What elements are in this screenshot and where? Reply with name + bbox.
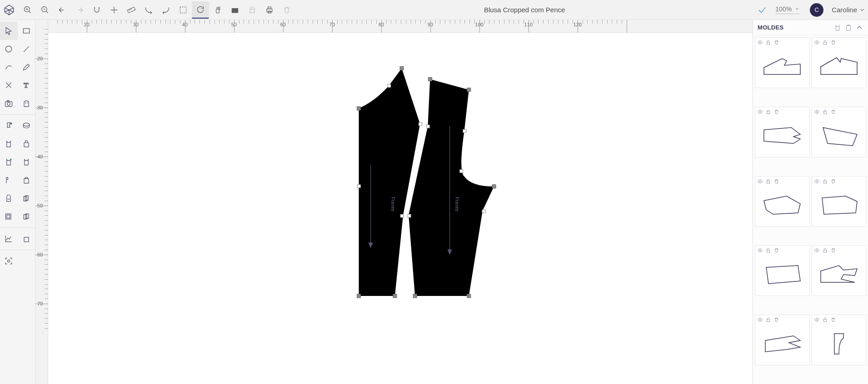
trash-icon[interactable]	[773, 178, 779, 184]
pencil-tool[interactable]	[18, 58, 35, 76]
ruler-button[interactable]	[123, 1, 140, 19]
multi-piece-tool[interactable]	[18, 189, 35, 207]
lock-icon[interactable]	[765, 247, 771, 253]
svg-rect-47	[767, 42, 770, 44]
ghost-button[interactable]	[244, 1, 261, 19]
eye-icon[interactable]	[814, 109, 820, 115]
eye-icon[interactable]	[814, 39, 820, 45]
trash-icon[interactable]	[830, 317, 836, 323]
stack-tool[interactable]	[18, 207, 35, 226]
molde-thumb-2[interactable]	[812, 37, 867, 88]
lock-icon[interactable]	[822, 39, 828, 45]
svg-rect-37	[467, 88, 471, 92]
eye-icon[interactable]	[757, 178, 763, 184]
canvas[interactable]: Frente Frente	[48, 33, 753, 384]
redo-button[interactable]	[71, 1, 88, 19]
spray-button[interactable]	[209, 1, 226, 19]
delete-button[interactable]	[278, 1, 295, 19]
refresh-button[interactable]	[192, 1, 209, 19]
molde-thumb-6[interactable]	[812, 176, 867, 227]
select-tool[interactable]	[0, 22, 18, 40]
backpack-tool[interactable]	[0, 189, 18, 207]
trash-icon[interactable]	[773, 247, 779, 253]
layers-button[interactable]	[226, 1, 244, 19]
user-menu[interactable]: Caroline	[832, 6, 865, 14]
panel-collapse-icon[interactable]	[855, 24, 863, 32]
print-button[interactable]	[261, 1, 278, 19]
pattern-a-tool[interactable]	[0, 171, 18, 189]
piece-left[interactable]: Frente	[357, 66, 422, 298]
zoom-in-button[interactable]	[19, 1, 36, 19]
molde-thumb-3[interactable]	[755, 107, 810, 158]
molde-thumb-7[interactable]	[755, 245, 810, 296]
camera-tool[interactable]	[0, 94, 18, 113]
focus-tool[interactable]	[0, 252, 18, 270]
mannequin-tool[interactable]	[0, 117, 18, 135]
lock-icon[interactable]	[765, 178, 771, 184]
graph-tool[interactable]	[0, 230, 18, 248]
app-logo[interactable]	[2, 3, 16, 17]
selection-box-button[interactable]	[175, 1, 192, 19]
eye-icon[interactable]	[757, 247, 763, 253]
lock-icon[interactable]	[765, 39, 771, 45]
eye-icon[interactable]	[757, 39, 763, 45]
lock-icon[interactable]	[822, 247, 828, 253]
svg-rect-53	[823, 112, 827, 114]
bodice-b-tool[interactable]	[18, 153, 35, 171]
svg-rect-6	[217, 7, 218, 9]
trash-icon[interactable]	[773, 39, 779, 45]
trash-icon[interactable]	[773, 109, 779, 115]
panel-icon-a[interactable]	[833, 24, 842, 32]
piece-right[interactable]: Frente	[408, 78, 496, 298]
molde-thumb-9[interactable]	[755, 315, 810, 365]
validate-button[interactable]	[753, 1, 771, 19]
lock-icon[interactable]	[765, 317, 771, 323]
svg-point-23	[8, 260, 10, 262]
trash-icon[interactable]	[773, 317, 779, 323]
crosshair-button[interactable]	[105, 1, 123, 19]
lock-icon[interactable]	[822, 178, 828, 184]
bodice-dot-tool[interactable]	[0, 153, 18, 171]
tape-tool[interactable]	[18, 117, 35, 135]
user-avatar[interactable]: C	[810, 3, 823, 17]
molde-thumb-5[interactable]	[755, 176, 810, 227]
curve-left-button[interactable]	[157, 1, 175, 19]
trash-icon[interactable]	[830, 109, 836, 115]
bag-tool[interactable]	[18, 135, 35, 153]
rectangle-tool[interactable]	[18, 22, 35, 40]
eye-icon[interactable]	[757, 317, 763, 323]
panel-icon-b[interactable]	[844, 24, 853, 32]
eye-icon[interactable]	[814, 317, 820, 323]
line-tool[interactable]	[18, 40, 35, 58]
frame-tool[interactable]	[0, 207, 18, 226]
shape-a-tool[interactable]	[18, 94, 35, 113]
eye-icon[interactable]	[757, 109, 763, 115]
moldes-panel: MOLDES	[753, 20, 868, 384]
zoom-out-button[interactable]	[36, 1, 54, 19]
trash-icon[interactable]	[830, 178, 836, 184]
lock-icon[interactable]	[822, 317, 828, 323]
curve-right-button[interactable]	[140, 1, 157, 19]
molde-thumb-8[interactable]	[812, 245, 867, 296]
trash-icon[interactable]	[830, 247, 836, 253]
tank-tool[interactable]	[0, 135, 18, 153]
molde-thumb-10[interactable]	[812, 315, 867, 365]
undo-button[interactable]	[54, 1, 71, 19]
svg-rect-31	[400, 214, 404, 217]
molde-thumb-1[interactable]	[755, 37, 810, 88]
trash-icon[interactable]	[830, 39, 836, 45]
molde-thumb-4[interactable]	[812, 107, 867, 158]
pattern-b-tool[interactable]	[18, 171, 35, 189]
eye-icon[interactable]	[814, 178, 820, 184]
svg-point-56	[816, 180, 817, 182]
circle-tool[interactable]	[0, 40, 18, 58]
snap-button[interactable]	[88, 1, 105, 19]
cut-tool[interactable]	[0, 76, 18, 94]
text-tool[interactable]: T	[18, 76, 35, 94]
svg-rect-22	[7, 215, 10, 218]
lock-icon[interactable]	[822, 109, 828, 115]
eye-icon[interactable]	[814, 247, 820, 253]
lock-icon[interactable]	[765, 109, 771, 115]
zoom-dropdown[interactable]: 100%	[775, 5, 800, 14]
curve-tool[interactable]	[0, 58, 18, 76]
